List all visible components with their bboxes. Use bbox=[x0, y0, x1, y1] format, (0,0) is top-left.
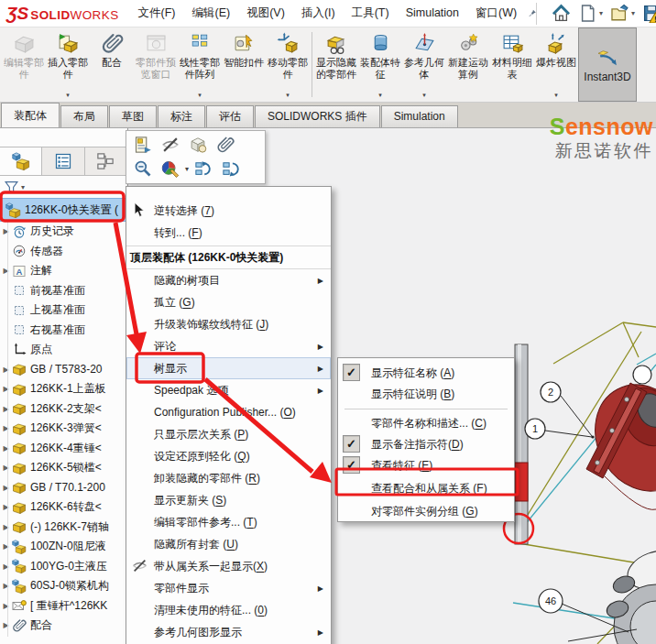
save-document-button[interactable] bbox=[642, 4, 656, 23]
chevron-down-icon[interactable]: ▾ bbox=[286, 92, 290, 99]
context-menu-item[interactable]: 孤立 (G) bbox=[126, 291, 331, 313]
expand-arrow-icon[interactable]: ▶ bbox=[0, 405, 12, 413]
expand-arrow-icon[interactable]: ▶ bbox=[0, 444, 12, 453]
command-tab[interactable]: 评估 bbox=[206, 105, 254, 127]
menubar-item[interactable]: 窗口(W) bbox=[467, 0, 525, 27]
expand-arrow-icon[interactable]: ▶ bbox=[0, 602, 12, 610]
chevron-down-icon[interactable]: ▾ bbox=[198, 92, 202, 99]
tree-item[interactable]: ▶历史记录 bbox=[0, 222, 127, 242]
ribbon-button-show-hidden[interactable]: 显示隐藏的零部件 bbox=[314, 27, 358, 102]
hide-icon[interactable] bbox=[161, 136, 180, 154]
tree-item[interactable]: ▶GB / T70.1-200 bbox=[0, 478, 127, 498]
chevron-down-icon[interactable]: ▾ bbox=[66, 92, 70, 99]
chevron-down-icon[interactable]: ▾ bbox=[185, 165, 189, 173]
menubar-item[interactable]: 编辑(E) bbox=[184, 0, 239, 27]
expand-arrow-icon[interactable]: ▶ bbox=[0, 424, 12, 432]
expand-arrow-icon[interactable]: ▶ bbox=[0, 385, 12, 393]
context-menu-item[interactable]: 评论▶ bbox=[126, 335, 331, 357]
tree-item[interactable]: 前视基准面 bbox=[0, 281, 127, 301]
expand-arrow-icon[interactable]: ▶ bbox=[0, 267, 12, 275]
submenu-item[interactable]: 显示特征说明 (B) bbox=[338, 384, 514, 405]
command-tab[interactable]: 装配体 bbox=[1, 103, 60, 127]
tree-item[interactable]: ▶126KK-1上盖板 bbox=[0, 379, 127, 399]
chevron-down-icon[interactable]: ▾ bbox=[422, 92, 426, 99]
tree-filter[interactable]: ▾ bbox=[0, 176, 127, 198]
expand-arrow-icon[interactable]: ▶ bbox=[0, 582, 12, 590]
chevron-down-icon[interactable]: ▾ bbox=[378, 92, 382, 99]
ribbon-button-reference-geometry[interactable]: 参考几何体▾ bbox=[402, 27, 446, 102]
ribbon-button-motion-study[interactable]: 新建运动算例 bbox=[446, 27, 490, 102]
tree-item[interactable]: ▶126KK-3弹簧< bbox=[0, 419, 127, 439]
appearance-icon[interactable] bbox=[161, 159, 180, 178]
context-menu-item[interactable]: 卸装隐藏的零部件 (R) bbox=[126, 467, 331, 489]
context-menu-item[interactable]: 逆转选择 (7) bbox=[126, 200, 331, 222]
tree-item[interactable]: ▶[ 重锤杆^126KK bbox=[0, 596, 127, 617]
insert-into-icon[interactable] bbox=[134, 136, 152, 154]
panel-tab-config-tab[interactable] bbox=[85, 147, 127, 175]
expand-arrow-icon[interactable]: ▶ bbox=[0, 542, 12, 551]
tree-item[interactable]: ▶(-) 126KK-7销轴 bbox=[0, 518, 127, 538]
isolate-icon[interactable] bbox=[189, 136, 207, 154]
context-menu-item[interactable]: 隐藏所有封套 (U) bbox=[126, 533, 331, 555]
ribbon-button-bom[interactable]: 材料明细表 bbox=[490, 27, 534, 102]
command-tab[interactable]: Simulation bbox=[381, 105, 458, 127]
context-menu-item[interactable]: 树显示▶ bbox=[126, 357, 331, 379]
home-button[interactable] bbox=[552, 4, 571, 23]
command-tab[interactable]: 标注 bbox=[158, 105, 205, 127]
pin-icon[interactable] bbox=[529, 5, 536, 21]
command-tab[interactable]: 草图 bbox=[109, 105, 157, 127]
collapse-items-icon[interactable] bbox=[194, 159, 213, 178]
context-menu-item[interactable]: 转到... (F) bbox=[126, 222, 331, 244]
paperclip-icon[interactable] bbox=[216, 136, 235, 154]
tree-item[interactable]: ▶126KK-2支架< bbox=[0, 399, 127, 420]
panel-tab-feature-tree-tab[interactable] bbox=[0, 147, 42, 175]
chevron-down-icon[interactable]: ▾ bbox=[599, 9, 603, 17]
context-menu-item[interactable]: 只显示层次关系 (P) bbox=[126, 423, 331, 445]
submenu-item[interactable]: ✓查看特征 (E) bbox=[338, 455, 514, 476]
tree-item[interactable]: ▶60SJ-0锁紧机构 bbox=[0, 576, 127, 596]
tree-item[interactable]: ▶126KK-4重锤< bbox=[0, 439, 127, 459]
tree-item[interactable]: 上视基准面 bbox=[0, 300, 127, 321]
command-tab[interactable]: 布局 bbox=[60, 105, 108, 127]
expand-arrow-icon[interactable]: ▶ bbox=[0, 484, 12, 492]
tree-item[interactable]: ▶126KK-5锁槛< bbox=[0, 458, 127, 478]
context-menu-item[interactable]: 隐藏的树项目▶ bbox=[126, 269, 331, 291]
context-menu-item[interactable]: Configuration Publisher... (O) bbox=[126, 401, 331, 423]
tree-item[interactable]: ▶GB / T5783-20 bbox=[0, 360, 127, 380]
tree-item[interactable]: ▶A注解 bbox=[0, 261, 127, 281]
ribbon-button-linear-pattern[interactable]: 线性零部件阵列▾ bbox=[178, 27, 222, 102]
tree-item[interactable]: ▶100ZN-0阻尼液 bbox=[0, 537, 127, 557]
menubar-item[interactable]: 文件(F) bbox=[130, 0, 184, 27]
command-tab[interactable]: SOLIDWORKS 插件 bbox=[255, 105, 380, 127]
submenu-item[interactable]: 零部件名称和描述... (C) bbox=[338, 413, 514, 434]
tree-item[interactable]: ▶126KK-6转盘< bbox=[0, 497, 127, 518]
context-menu-item[interactable]: 参考几何图形显示▶ bbox=[126, 621, 331, 643]
tree-item[interactable]: 传感器 bbox=[0, 242, 127, 262]
menubar-item[interactable]: 工具(T) bbox=[344, 0, 398, 27]
panel-tab-display-tab[interactable] bbox=[42, 147, 84, 175]
reorder-icon[interactable] bbox=[222, 159, 240, 178]
expand-arrow-icon[interactable]: ▶ bbox=[0, 227, 12, 235]
tree-item[interactable]: 右视基准面 bbox=[0, 321, 127, 341]
context-menu-item[interactable]: 清理未使用的特征... (0) bbox=[126, 599, 331, 621]
context-menu-item[interactable]: 编辑零部件参考... (T) bbox=[126, 511, 331, 533]
submenu-item[interactable]: ✓显示备注指示符(D) bbox=[338, 434, 514, 455]
ribbon-button-smart-fasteners[interactable]: 智能扣件 bbox=[222, 27, 266, 102]
expand-arrow-icon[interactable]: ▶ bbox=[0, 523, 12, 531]
expand-arrow-icon[interactable]: ▶ bbox=[0, 366, 12, 374]
chevron-down-icon[interactable]: ▾ bbox=[554, 92, 558, 99]
ribbon-button-paperclip[interactable]: 配合 bbox=[90, 27, 134, 102]
expand-arrow-icon[interactable]: ▶ bbox=[0, 562, 12, 571]
ribbon-button-move-component[interactable]: 移动零部件▾ bbox=[266, 27, 310, 102]
submenu-item[interactable]: 对零部件实例分组 (G) bbox=[338, 501, 514, 522]
expand-arrow-icon[interactable]: ▶ bbox=[0, 503, 12, 511]
open-document-button[interactable]: ▾ bbox=[610, 4, 635, 23]
tree-item[interactable]: ▶100YG-0主液压 bbox=[0, 557, 127, 577]
context-menu-item[interactable]: 设定还原到轻化 (Q) bbox=[126, 445, 331, 467]
chevron-down-icon[interactable]: ▾ bbox=[631, 9, 635, 17]
menubar-item[interactable]: Simulation bbox=[398, 0, 467, 27]
expand-arrow-icon[interactable]: ▶ bbox=[0, 621, 12, 629]
ribbon-button-insert-component[interactable]: 插入零部件▾ bbox=[46, 27, 90, 102]
tree-item[interactable]: ▶配合 bbox=[0, 616, 127, 636]
magnifier-icon[interactable] bbox=[134, 159, 152, 178]
